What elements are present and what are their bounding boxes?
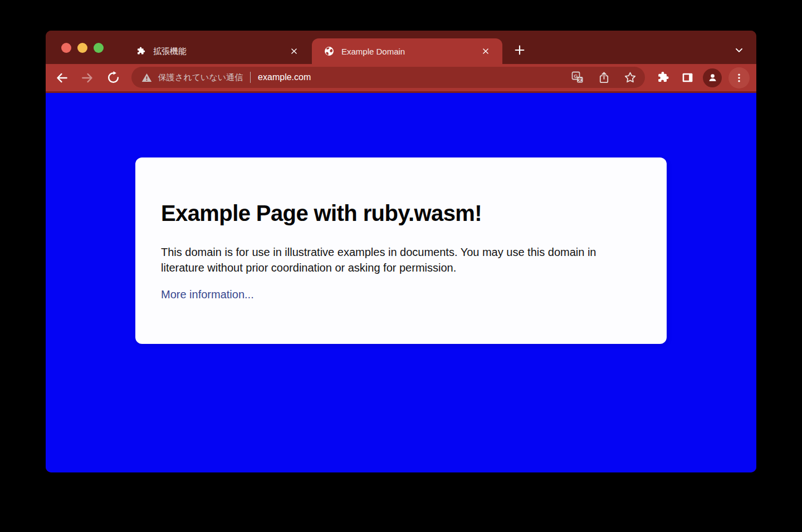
url-text[interactable]: example.com — [258, 72, 570, 82]
new-tab-button[interactable] — [510, 40, 530, 60]
address-bar[interactable]: 保護されていない通信 example.com G 文 — [131, 67, 645, 88]
chevron-down-icon — [733, 45, 745, 56]
translate-icon: G 文 — [571, 71, 584, 84]
security-status-text: 保護されていない通信 — [158, 72, 243, 83]
toolbar: 保護されていない通信 example.com G 文 — [46, 64, 756, 93]
share-icon — [598, 71, 610, 84]
puzzle-icon — [656, 71, 670, 85]
side-panel-button[interactable] — [678, 69, 696, 87]
window-close-button[interactable] — [61, 43, 71, 53]
reload-button[interactable] — [104, 68, 123, 87]
window-controls — [61, 43, 104, 53]
globe-icon — [324, 46, 335, 57]
tab-close-icon[interactable] — [287, 45, 301, 58]
page-heading: Example Page with ruby.wasm! — [161, 201, 641, 226]
window-maximize-button[interactable] — [94, 43, 104, 53]
tab-search-button[interactable] — [729, 40, 749, 60]
star-icon — [623, 71, 637, 85]
divider — [250, 72, 251, 83]
arrow-right-icon — [80, 71, 95, 85]
browser-menu-button[interactable] — [728, 67, 750, 88]
puzzle-icon — [135, 46, 146, 57]
page-viewport: Example Page with ruby.wasm! This domain… — [46, 93, 756, 472]
side-panel-icon — [681, 71, 695, 85]
bookmark-star-button[interactable] — [623, 70, 637, 85]
tab-label: Example Domain — [341, 47, 479, 56]
page-paragraph: This domain is for use in illustrative e… — [161, 244, 619, 275]
share-button[interactable] — [596, 70, 611, 85]
translate-button[interactable]: G 文 — [570, 70, 585, 85]
warning-triangle-icon[interactable] — [141, 72, 153, 83]
content-card: Example Page with ruby.wasm! This domain… — [135, 157, 667, 344]
svg-text:文: 文 — [577, 77, 582, 82]
browser-window: 拡張機能 Example Domain — [46, 31, 756, 472]
more-information-link[interactable]: More information... — [161, 288, 254, 301]
reload-icon — [106, 71, 120, 85]
tab-label: 拡張機能 — [153, 46, 287, 57]
tab-extensions[interactable]: 拡張機能 — [124, 38, 311, 64]
plus-icon — [514, 44, 526, 56]
person-icon — [707, 72, 718, 83]
tab-close-icon[interactable] — [479, 45, 492, 58]
three-dot-menu-icon — [733, 72, 745, 83]
window-minimize-button[interactable] — [77, 43, 87, 53]
tab-strip: 拡張機能 Example Domain — [46, 31, 756, 64]
forward-button[interactable] — [78, 68, 97, 87]
tab-example-domain[interactable]: Example Domain — [312, 38, 502, 64]
back-button[interactable] — [52, 68, 71, 87]
extensions-button[interactable] — [654, 69, 672, 87]
profile-avatar[interactable] — [703, 68, 722, 87]
arrow-left-icon — [55, 71, 69, 85]
